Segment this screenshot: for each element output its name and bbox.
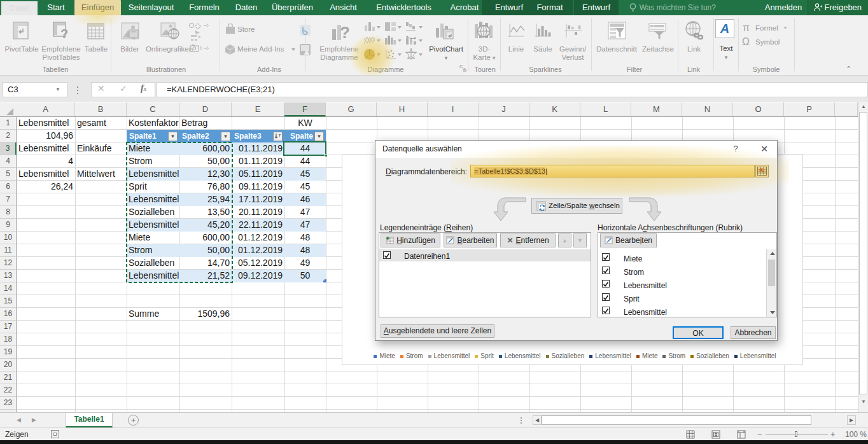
svg-text:?: ?: [60, 27, 68, 40]
svg-text:?: ?: [340, 23, 349, 42]
